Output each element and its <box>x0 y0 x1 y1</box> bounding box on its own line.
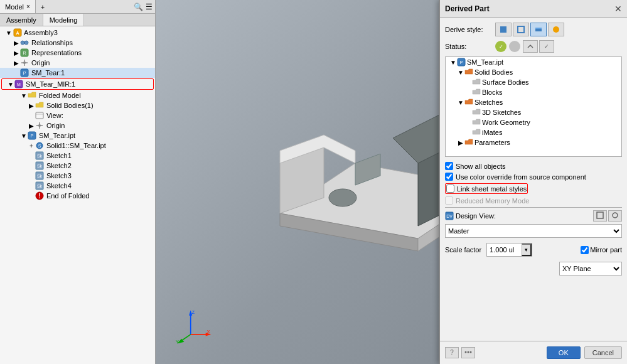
origin2-expander[interactable]: ▶ <box>28 122 35 129</box>
link-sheet-metal-row: Link sheet metal styles <box>445 183 528 194</box>
style-btn-4[interactable] <box>548 23 564 36</box>
status-check-btn[interactable]: ✓ <box>539 40 554 53</box>
dtree-sketches-exp[interactable]: ▼ <box>457 99 464 106</box>
solid-bodies-expander[interactable]: ▶ <box>28 102 35 109</box>
dialog-close-button[interactable]: ✕ <box>614 4 622 14</box>
sm-tear-mir-expander[interactable]: ▼ <box>7 81 14 88</box>
root-expander[interactable]: ▼ <box>5 29 13 36</box>
tab-modeling[interactable]: Modeling <box>43 14 85 26</box>
master-select[interactable]: Master <box>445 224 622 238</box>
scale-arrow-btn[interactable]: ▾ <box>522 244 532 256</box>
tree-item-origin[interactable]: ▶ Origin <box>0 58 155 68</box>
dtree-3d-label: 3D Sketches <box>482 109 521 116</box>
cancel-button[interactable]: Cancel <box>584 346 622 359</box>
tree-item-sm-tear-mir-1[interactable]: ▼ M SM_Tear_MIR:1 <box>1 78 154 90</box>
dtree-params-exp[interactable]: ▶ <box>457 139 464 146</box>
tree-item-sketch2[interactable]: Sk Sketch2 <box>0 161 155 171</box>
show-all-row: Show all objects <box>445 162 622 170</box>
style-btn-1[interactable] <box>495 23 512 36</box>
svg-text:✓: ✓ <box>544 43 549 50</box>
dtree-sketches-label: Sketches <box>474 99 503 106</box>
solid-bodies-icon <box>35 101 45 110</box>
dtree-sm-tear[interactable]: ▼ P SM_Tear.ipt <box>446 57 621 67</box>
tab-assembly[interactable]: Assembly <box>0 14 43 26</box>
dtree-sm-tear-label: SM_Tear.ipt <box>467 58 503 66</box>
tree-item-sketch4[interactable]: Sk Sketch4 <box>0 181 155 191</box>
tree-item-sm-tear-ipt[interactable]: ▼ P SM_Tear.ipt <box>0 131 155 141</box>
dtree-solid-bodies[interactable]: ▼ Solid Bodies <box>446 67 621 77</box>
tree-item-representations[interactable]: ▶ R Representations <box>0 48 155 58</box>
mirror-plane-select[interactable]: XY Plane XZ Plane YZ Plane <box>559 262 622 276</box>
tree-item-origin2[interactable]: ▶ Origin <box>0 120 155 131</box>
origin-expander[interactable]: ▶ <box>13 60 20 67</box>
tree-item-folded-model[interactable]: ▼ Folded Model <box>0 90 155 100</box>
reduced-memory-row: Reduced Memory Mode <box>445 196 622 205</box>
tree-item-solid-bodies[interactable]: ▶ Solid Bodies(1) <box>0 100 155 110</box>
svg-text:M: M <box>17 82 21 87</box>
dtree-sketches[interactable]: ▼ Sketches <box>446 97 621 107</box>
dtree-3d-icon <box>472 108 481 117</box>
menu-icon[interactable]: ☰ <box>146 3 153 11</box>
style-btn-2[interactable] <box>513 23 529 36</box>
error-icon: ! <box>35 191 45 200</box>
mirror-plane-row: XY Plane XZ Plane YZ Plane <box>445 262 622 276</box>
origin2-label: Origin <box>46 122 65 129</box>
dtree-solid-icon <box>464 68 473 77</box>
dtree-blocks[interactable]: Blocks <box>446 87 621 97</box>
design-view-btn-2[interactable] <box>608 210 622 222</box>
relationship-icon <box>20 38 30 47</box>
tree-item-sketch3[interactable]: Sk Sketch3 <box>0 171 155 181</box>
dtree-work-geometry[interactable]: Work Geometry <box>446 117 621 127</box>
svg-text:Sk: Sk <box>37 154 43 158</box>
solid1-expander[interactable]: + <box>28 142 35 149</box>
scale-input[interactable] <box>487 246 522 254</box>
design-view-text: Design View: <box>456 212 496 220</box>
dtree-3d-sketches[interactable]: 3D Sketches <box>446 107 621 117</box>
origin2-icon <box>35 121 45 130</box>
add-tab[interactable]: + <box>36 0 50 13</box>
ok-button[interactable]: OK <box>547 346 581 359</box>
sm-tear-ipt-label: SM_Tear.ipt <box>39 132 75 139</box>
status-expand-btn[interactable] <box>523 40 538 53</box>
dtree-imates-label: iMates <box>482 129 502 136</box>
sm-tear-ipt-expander[interactable]: ▼ <box>20 132 28 139</box>
footer-more-btn[interactable] <box>461 347 475 358</box>
model-tab[interactable]: Model × <box>0 0 36 13</box>
svg-text:✓: ✓ <box>499 44 503 50</box>
representations-expander[interactable]: ▶ <box>13 50 20 56</box>
footer-help-btn[interactable]: ? <box>445 347 459 358</box>
style-btn-3[interactable] <box>530 23 547 36</box>
relationships-expander[interactable]: ▶ <box>13 40 20 46</box>
tree-item-relationships[interactable]: ▶ Relationships <box>0 38 155 48</box>
model-tab-close[interactable]: × <box>26 3 30 10</box>
link-sheet-metal-checkbox[interactable] <box>446 185 454 193</box>
color-override-label: Use color override from source component <box>456 173 586 181</box>
show-all-checkbox[interactable] <box>445 162 453 170</box>
tree-item-solid1[interactable]: + S Solid1::SM_Tear.ipt <box>0 141 155 151</box>
folder-icon <box>28 91 38 100</box>
dtree-parameters[interactable]: ▶ Parameters <box>446 137 621 147</box>
viewport[interactable]: Z X Y Derived Part ✕ Derive style: <box>156 0 627 364</box>
tree-item-end-of-folded[interactable]: ! End of Folded <box>0 191 155 201</box>
dtree-expand-sm-tear[interactable]: ▼ <box>449 59 457 66</box>
tree-item-sm-tear-1[interactable]: P SM_Tear:1 <box>0 68 155 78</box>
search-icon[interactable]: 🔍 <box>134 3 143 11</box>
scale-mirror-row: Scale factor ▾ Mirror part <box>445 243 622 257</box>
tree-item-view[interactable]: View: <box>0 110 155 120</box>
reduced-memory-checkbox[interactable] <box>445 196 453 205</box>
status-label: Status: <box>445 43 495 50</box>
dtree-wg-icon <box>472 118 481 127</box>
dtree-imates[interactable]: iMates <box>446 127 621 137</box>
sketch4-label: Sketch4 <box>46 182 72 190</box>
design-view-btn-1[interactable] <box>593 210 607 222</box>
mirror-checkbox[interactable] <box>581 246 589 254</box>
tree-root[interactable]: ▼ A Assembly3 <box>0 28 155 38</box>
tree-item-sketch1[interactable]: Sk Sketch1 <box>0 151 155 161</box>
svg-point-70 <box>470 351 472 353</box>
folded-model-expander[interactable]: ▼ <box>20 92 28 99</box>
dtree-surface-bodies[interactable]: Surface Bodies <box>446 77 621 87</box>
dtree-expand-solid[interactable]: ▼ <box>457 69 464 76</box>
derived-tree-panel: ▼ P SM_Tear.ipt ▼ Solid Bodies <box>445 56 622 157</box>
color-override-checkbox[interactable] <box>445 173 453 181</box>
dtree-surface-label: Surface Bodies <box>482 78 529 86</box>
